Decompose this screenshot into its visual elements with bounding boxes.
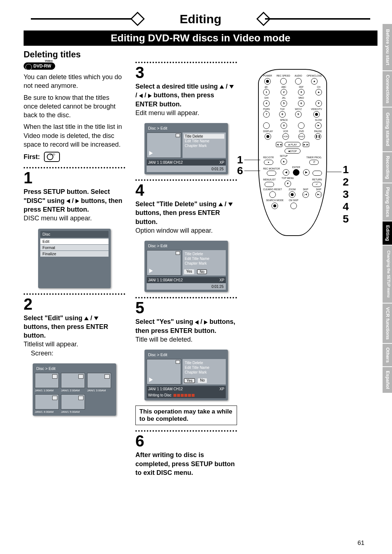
step-number: 3 xyxy=(135,65,237,81)
remote-enter-button: ENTER xyxy=(292,166,300,176)
osd-disc-menu: Disc Edit Format Finalize xyxy=(38,229,111,288)
step4-result: Option window will appear. xyxy=(135,227,213,234)
step-number: 4 xyxy=(135,182,237,198)
tab-before-you-start[interactable]: Before you start xyxy=(383,24,392,71)
step-number: 1 xyxy=(24,170,125,186)
remote-power-button: POWER xyxy=(263,75,272,85)
remote-rew-button: ◄◄ xyxy=(276,142,282,147)
tab-playing-discs[interactable]: Playing discs xyxy=(383,183,392,221)
callout-right-2: 2 xyxy=(343,176,349,188)
first-label: First: xyxy=(24,153,40,161)
insert-disc-icon xyxy=(44,152,60,162)
tab-getting-started[interactable]: Getting started xyxy=(383,107,392,152)
page-subtitle: Editing DVD-RW discs in Video mode xyxy=(24,30,377,46)
tab-setup-menu[interactable]: Changing the SETUP menu xyxy=(383,245,392,303)
step1-result: DISC menu will appear. xyxy=(24,215,92,222)
remote-ff-button: ►► xyxy=(303,142,309,147)
tab-espanol[interactable]: Español xyxy=(383,367,392,394)
callout-left-6: 6 xyxy=(237,164,243,177)
step-number: 5 xyxy=(135,300,237,316)
screen-label: Screen: xyxy=(31,349,125,358)
osd-edit-menu: Disc > Edit Title Delete Edit Title Name… xyxy=(144,123,228,174)
remote-play-button: ► PLAY xyxy=(285,142,301,147)
intro-text-3: When the last title in the title list in… xyxy=(24,122,125,149)
step3-result: Edit menu will appear. xyxy=(135,109,199,117)
intro-text-2: Be sure to know that the titles once del… xyxy=(24,93,125,120)
step2-result: Titlelist will appear. xyxy=(24,341,78,348)
callout-right-5: 5 xyxy=(343,213,349,225)
osd-edit-writing: Disc > Edit Title Delete Edit Title Name… xyxy=(144,350,228,400)
tab-others[interactable]: Others xyxy=(383,344,392,367)
step4-instruction: Select "Title Delete" using / buttons, t… xyxy=(135,200,233,225)
page-title: Editing xyxy=(175,12,226,26)
page-title-banner: Editing xyxy=(31,11,370,27)
step2-instruction: Select "Edit" using / buttons, then pres… xyxy=(24,314,108,339)
osd-titlelist: Disc > Edit JAN/1 1:00AM JAN/1 2:00AM JA… xyxy=(33,363,116,416)
tab-vcr-functions[interactable]: VCR functions xyxy=(383,304,392,344)
side-nav-tabs: Before you start Connections Getting sta… xyxy=(383,24,392,394)
remote-setup-button: SETUP▲ xyxy=(280,155,288,165)
callout-right-1: 1 xyxy=(343,163,349,176)
remote-recspeed-button: REC SPEED xyxy=(277,75,290,85)
dvd-rw-badge: DVD-RW Video xyxy=(24,62,55,70)
callout-right-3: 3 xyxy=(343,188,349,200)
section-heading: Deleting titles xyxy=(24,49,377,60)
intro-text-1: You can delete titles which you do not n… xyxy=(24,73,125,90)
callout-left-1: 1 xyxy=(237,154,243,166)
remote-stop-button: ■ STOP xyxy=(285,148,301,154)
tab-editing[interactable]: Editing xyxy=(383,221,392,245)
step5-result: Title will be deleted. xyxy=(135,336,192,343)
remote-audio-button: AUDIO xyxy=(295,75,302,85)
step5-instruction: Select "Yes" using / buttons, then press… xyxy=(135,318,235,334)
note-box: This operation may take a while to be co… xyxy=(135,406,237,425)
step6-instruction: After writing to disc is completed, pres… xyxy=(135,451,235,476)
callout-right-4: 4 xyxy=(343,200,349,213)
step3-instruction: Select a desired title using / / / butto… xyxy=(135,83,234,108)
remote-openclose-button: OPEN/CLOSE▲ xyxy=(307,75,322,85)
osd-edit-confirm: Disc > Edit Title Delete Edit Title Name… xyxy=(144,241,228,292)
step1-instruction: Press SETUP button. Select "DISC" using … xyxy=(24,188,122,213)
tab-recording[interactable]: Recording xyxy=(383,152,392,183)
step-number: 2 xyxy=(24,296,125,312)
tab-connections[interactable]: Connections xyxy=(383,71,392,108)
step-number: 6 xyxy=(135,433,237,449)
remote-diagram: POWER REC SPEED AUDIO OPEN/CLOSE▲ @!.1 A… xyxy=(247,69,338,236)
page-number: 61 xyxy=(358,539,364,547)
